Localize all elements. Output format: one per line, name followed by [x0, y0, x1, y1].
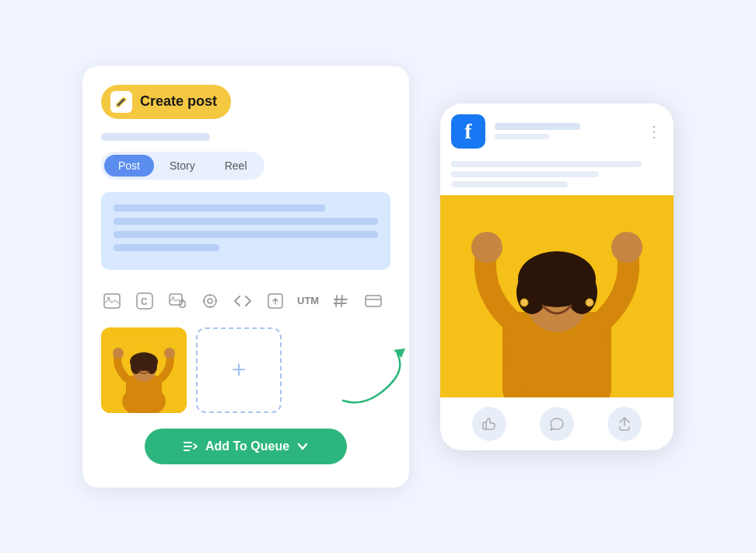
facebook-post-header: f ⋮	[440, 103, 674, 156]
svg-point-8	[204, 295, 216, 307]
like-button[interactable]	[472, 407, 506, 441]
text-placeholder-3	[114, 231, 378, 238]
svg-point-29	[164, 348, 175, 359]
facebook-logo: f	[451, 114, 485, 149]
svg-point-40	[566, 271, 597, 314]
svg-point-43	[471, 232, 502, 263]
fb-name-placeholder	[495, 123, 580, 130]
caption-icon[interactable]: C	[134, 290, 156, 312]
fb-text-line-3	[451, 181, 568, 187]
tab-reel[interactable]: Reel	[211, 155, 261, 177]
image-icon[interactable]	[101, 290, 123, 312]
upload-icon[interactable]	[264, 290, 286, 312]
create-post-icon	[110, 91, 132, 113]
text-placeholder-4	[114, 244, 219, 251]
media-lock-icon[interactable]	[166, 290, 188, 312]
text-placeholder-2	[114, 218, 378, 225]
post-text-area[interactable]	[101, 192, 390, 270]
fb-text-line-2	[451, 171, 599, 177]
svg-point-44	[611, 232, 642, 263]
arrow-connector	[335, 346, 413, 408]
share-button[interactable]	[607, 407, 642, 441]
svg-point-28	[113, 348, 124, 359]
queue-lines-icon	[184, 441, 198, 452]
create-post-header: Create post	[101, 85, 231, 119]
fb-post-image	[440, 195, 674, 397]
hashtag-icon[interactable]	[330, 290, 352, 312]
svg-text:C: C	[141, 296, 148, 307]
phone-inner: f ⋮	[440, 103, 674, 450]
svg-point-39	[516, 271, 548, 314]
create-post-title: Create post	[140, 93, 217, 110]
code-icon[interactable]	[232, 290, 254, 312]
svg-rect-19	[366, 296, 381, 306]
svg-line-16	[341, 296, 342, 306]
add-queue-label: Add To Queue	[205, 439, 289, 453]
target-icon[interactable]	[199, 290, 221, 312]
svg-point-42	[586, 299, 593, 306]
woman-image	[101, 327, 187, 413]
svg-point-41	[520, 299, 528, 306]
create-post-panel: Create post Post Story Reel	[82, 66, 409, 488]
like-icon	[481, 416, 497, 432]
editor-toolbar: C	[101, 282, 390, 315]
utm-icon[interactable]: UTM	[297, 295, 319, 306]
share-icon	[617, 416, 632, 432]
comment-button[interactable]	[540, 407, 574, 441]
comment-icon	[549, 416, 565, 432]
text-placeholder-1	[114, 205, 325, 212]
add-to-queue-button[interactable]: Add To Queue	[145, 429, 347, 464]
top-placeholder-line	[101, 133, 210, 141]
fb-reaction-bar	[440, 397, 674, 450]
facebook-post-meta	[495, 123, 637, 139]
fb-text-line-1	[451, 161, 642, 167]
card-icon[interactable]	[362, 290, 384, 312]
media-thumbnail-1[interactable]	[101, 327, 187, 413]
svg-point-9	[208, 299, 212, 303]
plus-icon: +	[232, 355, 247, 384]
fb-post-text	[440, 156, 674, 195]
post-type-tabs: Post Story Reel	[101, 152, 264, 180]
chevron-down-icon	[297, 443, 308, 450]
svg-line-15	[336, 296, 337, 306]
phone-mockup: f ⋮	[440, 103, 674, 450]
more-options-icon[interactable]: ⋮	[646, 124, 663, 139]
fb-sub-placeholder	[495, 134, 549, 139]
tab-story[interactable]: Story	[156, 155, 209, 177]
main-scene: Create post Post Story Reel	[28, 66, 728, 488]
media-add-button[interactable]: +	[196, 327, 282, 413]
tab-post[interactable]: Post	[104, 155, 154, 177]
